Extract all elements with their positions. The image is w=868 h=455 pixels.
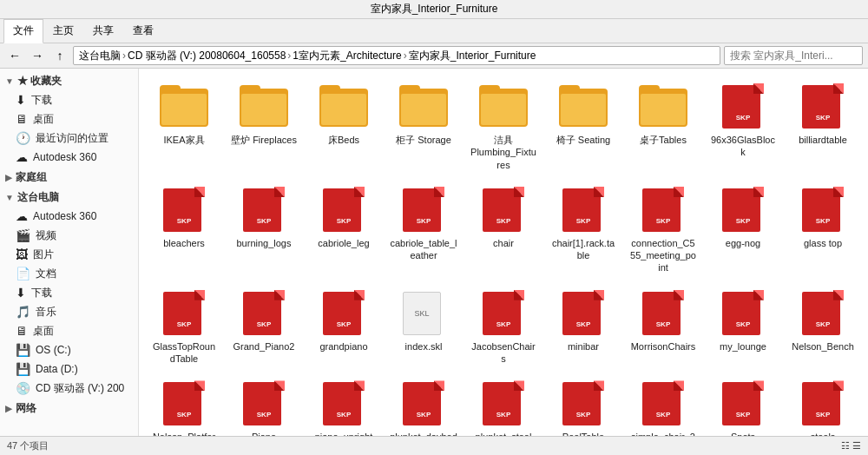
- pictures-icon: 🖼: [16, 247, 28, 261]
- file-item-f12[interactable]: SKP cabriole_leg: [306, 179, 382, 279]
- file-item-f32[interactable]: SKP plunket_stool: [465, 373, 542, 436]
- file-item-f28[interactable]: SKP Nelson_Platform_Bench: [146, 373, 222, 436]
- folder-icon-f3: [318, 80, 370, 132]
- sidebar-item-video[interactable]: 🎬 视频: [0, 226, 138, 245]
- file-item-f34[interactable]: SKP simple_chair_2: [625, 373, 701, 436]
- file-item-f7[interactable]: 桌子Tables: [625, 76, 701, 175]
- sidebar-item-label: 下载: [31, 286, 52, 300]
- file-item-f6[interactable]: 椅子 Seating: [545, 76, 621, 175]
- sidebar-item-osdrive[interactable]: 💾 OS (C:): [0, 340, 138, 359]
- file-item-f9[interactable]: SKP billiardtable: [785, 76, 861, 175]
- file-item-f8[interactable]: SKP 96x36GlasBlock: [705, 76, 781, 175]
- file-label-f27: Nelson_Bench: [792, 340, 854, 353]
- file-item-f25[interactable]: SKP MorrisonChairs: [625, 282, 701, 370]
- skp-icon-f17: SKP: [717, 183, 769, 235]
- file-item-f11[interactable]: SKP burning_logs: [226, 179, 302, 279]
- skp-icon-f20: SKP: [238, 287, 290, 339]
- file-item-f23[interactable]: SKP JacobsenChairs: [465, 282, 542, 370]
- search-input[interactable]: [724, 46, 863, 65]
- file-label-f13: cabriole_table_leather: [390, 237, 457, 262]
- skp-icon-f14: SKP: [477, 183, 529, 235]
- file-item-f13[interactable]: SKP cabriole_table_leather: [385, 179, 462, 279]
- file-item-f2[interactable]: 壁炉 Fireplaces: [226, 76, 302, 175]
- sidebar-item-desktop2[interactable]: 🖥 桌面: [0, 321, 138, 340]
- sidebar-item-label: 图片: [33, 247, 54, 262]
- file-item-f36[interactable]: SKP stools: [785, 373, 861, 436]
- tab-home[interactable]: 主页: [43, 19, 83, 43]
- recent-icon: 🕐: [16, 131, 30, 145]
- tab-share[interactable]: 共享: [83, 19, 123, 43]
- address-path[interactable]: 这台电脑 › CD 驱动器 (V:) 20080604_160558 › 1室内…: [73, 46, 720, 65]
- autodesk-icon: ☁: [16, 150, 28, 164]
- sidebar-item-label: 桌面: [33, 324, 54, 339]
- skp-icon-f19: SKP: [158, 287, 210, 339]
- file-area: IKEA家具 壁炉 Fireplaces 床Beds 柜子 Storage: [139, 69, 868, 436]
- file-item-f35[interactable]: SKP Spots: [705, 373, 781, 436]
- file-item-f4[interactable]: 柜子 Storage: [385, 76, 462, 175]
- skp-icon-f16: SKP: [637, 183, 689, 235]
- network-header[interactable]: ▶ 网络: [0, 399, 138, 418]
- tab-file[interactable]: 文件: [3, 19, 43, 43]
- ribbon: 文件 主页 共享 查看: [0, 19, 868, 43]
- file-item-f1[interactable]: IKEA家具: [146, 76, 222, 175]
- sidebar-item-label: Autodesk 360: [33, 151, 96, 163]
- file-label-f22: index.skl: [405, 340, 443, 353]
- sidebar-item-autodesk360[interactable]: ☁ Autodesk 360: [0, 148, 138, 167]
- forward-button[interactable]: →: [28, 46, 47, 65]
- file-item-f24[interactable]: SKP minibar: [545, 282, 621, 370]
- sidebar-item-recent[interactable]: 🕐 最近访问的位置: [0, 129, 138, 148]
- sidebar-item-docs[interactable]: 📄 文档: [0, 264, 138, 283]
- file-item-f33[interactable]: SKP PoolTable: [545, 373, 621, 436]
- file-item-f15[interactable]: SKP chair[1].rack.table: [545, 179, 621, 279]
- skp-icon-f15: SKP: [557, 183, 609, 235]
- ribbon-tabs: 文件 主页 共享 查看: [0, 19, 868, 43]
- file-item-f26[interactable]: SKP my_lounge: [705, 282, 781, 370]
- skp-icon-f30: SKP: [318, 377, 370, 429]
- sidebar-item-datadrive[interactable]: 💾 Data (D:): [0, 359, 138, 379]
- file-item-f27[interactable]: SKP Nelson_Bench: [785, 282, 861, 370]
- homegroup-header[interactable]: ▶ 家庭组: [0, 168, 138, 187]
- up-button[interactable]: ↑: [50, 46, 69, 65]
- file-item-f30[interactable]: SKP piano_upright: [306, 373, 382, 436]
- sidebar-item-label: 视频: [36, 228, 56, 243]
- network-label: 网络: [16, 401, 36, 416]
- file-label-f8: 96x36GlasBlock: [709, 134, 777, 159]
- file-item-f10[interactable]: SKP bleachers: [146, 179, 222, 279]
- sidebar-item-cddrive[interactable]: 💿 CD 驱动器 (V:) 200: [0, 379, 138, 398]
- skp-icon-f8: SKP: [717, 80, 769, 132]
- sidebar-item-dl[interactable]: ⬇ 下载: [0, 283, 138, 302]
- file-item-f18[interactable]: SKP glass top: [785, 179, 861, 279]
- file-item-f3[interactable]: 床Beds: [306, 76, 382, 175]
- sidebar-item-desktop[interactable]: 🖥 桌面: [0, 109, 138, 129]
- file-item-f21[interactable]: SKP grandpiano: [306, 282, 382, 370]
- file-label-f15: chair[1].rack.table: [549, 237, 617, 262]
- file-item-f17[interactable]: SKP egg-nog: [705, 179, 781, 279]
- file-label-f16: connection_C555_meeting_point: [629, 237, 697, 274]
- sidebar-item-label: 音乐: [36, 305, 56, 320]
- skp-icon-f32: SKP: [477, 377, 529, 429]
- file-item-f14[interactable]: SKP chair: [465, 179, 542, 279]
- sidebar-item-downloads[interactable]: ⬇ 下载: [0, 90, 138, 109]
- sidebar-item-music[interactable]: 🎵 音乐: [0, 302, 138, 321]
- folder-icon-f2: [238, 80, 290, 132]
- back-button[interactable]: ←: [5, 46, 24, 65]
- downloads-icon: ⬇: [16, 93, 26, 107]
- file-item-f22[interactable]: SKL index.skl: [385, 282, 462, 370]
- file-item-f5[interactable]: 洁具 Plumbing_Fixtures: [465, 76, 542, 175]
- file-item-f16[interactable]: SKP connection_C555_meeting_point: [625, 179, 701, 279]
- file-label-f12: cabriole_leg: [318, 237, 369, 249]
- sidebar-item-pictures[interactable]: 🖼 图片: [0, 245, 138, 264]
- file-item-f19[interactable]: SKP GlassTopRoundTable: [146, 282, 222, 370]
- file-label-f26: my_lounge: [720, 340, 766, 353]
- thispc-header[interactable]: ▼ 这台电脑: [0, 188, 138, 207]
- sidebar-item-autodesk[interactable]: ☁ Autodesk 360: [0, 207, 138, 226]
- file-item-f20[interactable]: SKP Grand_Piano2: [226, 282, 302, 370]
- file-item-f31[interactable]: SKP plunket_daybed: [385, 373, 462, 436]
- file-item-f29[interactable]: SKP Piano: [226, 373, 302, 436]
- favorites-header[interactable]: ▼ ★ 收藏夹: [0, 72, 138, 90]
- file-label-f23: JacobsenChairs: [470, 340, 537, 366]
- tab-view[interactable]: 查看: [123, 19, 163, 43]
- homegroup-label: 家庭组: [16, 170, 47, 185]
- file-label-f21: grandpiano: [319, 340, 367, 353]
- skp-icon-f24: SKP: [557, 287, 609, 339]
